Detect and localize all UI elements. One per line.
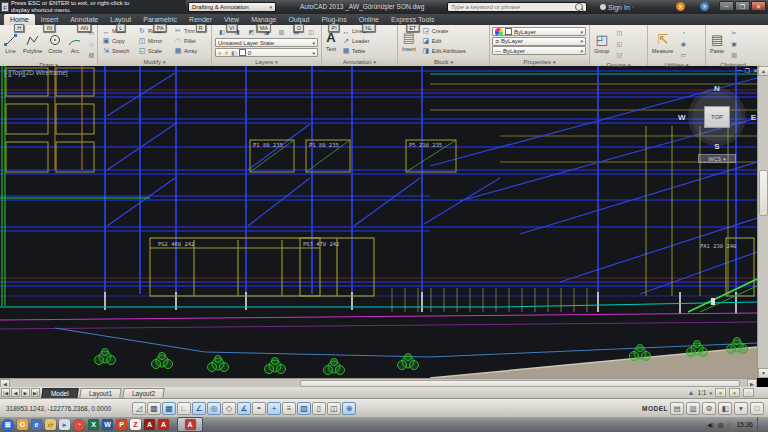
ribbon-tab-manage[interactable]: ManageMA (245, 14, 282, 25)
properties-panel-title[interactable]: Properties▾ (490, 57, 589, 66)
fillet-tool[interactable]: ◠Fillet (172, 36, 208, 46)
annotation-monitor-toggle[interactable]: ⊕ (342, 402, 356, 415)
help-button[interactable]: ? (700, 2, 709, 11)
action-center-flag-icon[interactable]: ⚑ (727, 421, 732, 428)
linetype-dropdown[interactable]: — ByLayer ▾ (492, 46, 586, 55)
show-desktop-button[interactable] (757, 417, 762, 432)
polyline-tool[interactable]: Polyline (21, 26, 44, 61)
annotation-visibility-icon[interactable]: ● (715, 388, 726, 397)
scale-tool[interactable]: ◱Scale (136, 46, 172, 56)
acrobat-window-button[interactable]: A (177, 417, 203, 432)
object-color-dropdown[interactable]: ByLayer ▾ (492, 27, 586, 36)
layer-dropdown[interactable]: ● ☀ ◧ 0 ▾ (215, 48, 318, 57)
viewcube-north[interactable]: N (714, 84, 720, 93)
exchange-apps-button[interactable]: X (676, 2, 685, 11)
ribbon-tab-render[interactable]: RenderR (183, 14, 218, 25)
internet-explorer-icon[interactable]: e (31, 419, 42, 430)
volume-icon[interactable]: ◀) (707, 421, 714, 428)
dynamic-input-toggle[interactable]: + (267, 402, 281, 415)
ribbon-tab-online[interactable]: OnlineNL (353, 14, 385, 25)
chrome-icon[interactable]: ◔ (73, 419, 85, 431)
search-input[interactable] (448, 4, 574, 10)
ribbon-tab-parametric[interactable]: ParametricPA (137, 14, 183, 25)
cad-canvas[interactable] (0, 66, 757, 378)
annotation-autoscale-icon[interactable]: ● (729, 388, 740, 397)
model-space-viewport[interactable]: [-][Top][2D Wireframe] ─ ❐ ✕ TOP N S W E… (0, 66, 768, 378)
ribbon-tab-annotate[interactable]: AnnotateAN (64, 14, 104, 25)
id-point-icon[interactable]: ▭ (677, 49, 689, 60)
match-properties-icon[interactable]: ▥ (728, 49, 740, 60)
drawing-restore-icon[interactable]: ❐ (745, 67, 750, 74)
search-icon[interactable] (575, 3, 583, 11)
layer-lock-icon[interactable]: ▥ (274, 26, 288, 37)
tab-model[interactable]: Model (41, 388, 78, 398)
help-search-box[interactable] (447, 2, 587, 12)
edit-block-tool[interactable]: ◪Edit (420, 36, 478, 46)
polar-tracking-toggle[interactable]: ∠ (192, 402, 206, 415)
close-button[interactable]: ✕ (751, 1, 766, 11)
display-icon[interactable]: ▥ (718, 421, 724, 428)
horizontal-scroll-thumb[interactable] (300, 380, 740, 387)
object-snap-toggle[interactable]: ◎ (207, 402, 221, 415)
block-panel-title[interactable]: Block▾ (398, 57, 489, 66)
workspace-gear-icon[interactable]: ⚙ (702, 402, 716, 415)
toolbar-lock-icon[interactable]: ◧ (718, 402, 732, 415)
ortho-mode-toggle[interactable]: ∟ (177, 402, 191, 415)
ungroup-icon[interactable]: ◳ (613, 27, 625, 38)
model-space-button[interactable]: MODEL (642, 405, 668, 412)
z-app-icon[interactable]: Z (130, 419, 141, 430)
annotation-monitor-icon[interactable]: ◌ (743, 388, 754, 397)
hatch-tool-icon[interactable]: ▨ (85, 49, 97, 60)
powerpoint-icon[interactable]: P (116, 419, 127, 430)
scroll-down-arrow[interactable]: ▼ (758, 368, 768, 378)
ribbon-tab-view[interactable]: ViewVI (218, 14, 245, 25)
word-icon[interactable]: W (102, 419, 113, 430)
ribbon-tab-home[interactable]: HomeH (4, 14, 35, 25)
last-tab-button[interactable]: ▶| (31, 388, 40, 397)
array-tool[interactable]: ▦Array (172, 46, 208, 56)
prev-tab-button[interactable]: ◀ (11, 388, 20, 397)
infer-constraints-toggle[interactable]: ◿ (132, 402, 146, 415)
clock[interactable]: 15:36 (737, 421, 753, 428)
quick-calc-icon[interactable]: ◉ (677, 38, 689, 49)
copy-clip-icon[interactable]: ▣ (728, 38, 740, 49)
layer-state-dropdown[interactable]: Unsaved Layer State ▾ (215, 38, 318, 47)
stretch-tool[interactable]: ⇲Stretch (100, 46, 136, 56)
create-block-tool[interactable]: ◲Create (420, 26, 478, 36)
viewcube-top-face[interactable]: TOP (704, 106, 730, 128)
excel-icon[interactable]: X (88, 419, 99, 430)
autocad-icon[interactable]: A (144, 419, 155, 430)
viewcube-west[interactable]: W (678, 113, 686, 122)
clean-screen-button[interactable]: □ (750, 402, 764, 415)
annotation-scale-value[interactable]: 1:1 (697, 389, 706, 396)
folder-icon[interactable]: ▱ (45, 419, 56, 430)
viewcube-east[interactable]: E (751, 113, 756, 122)
group-select-icon[interactable]: ◲ (613, 49, 625, 60)
tab-layout1[interactable]: Layout1 (79, 388, 122, 398)
wcs-dropdown[interactable]: WCS ▾ (698, 154, 736, 163)
quick-properties-toggle[interactable]: ▯ (312, 402, 326, 415)
transparency-toggle[interactable]: ▨ (297, 402, 311, 415)
clipboard-panel-title[interactable]: Clipboard (706, 62, 760, 68)
copy-tool[interactable]: ▣Copy (100, 36, 136, 46)
start-button[interactable]: ⊞ (2, 419, 14, 431)
media-app-icon[interactable]: ▸ (59, 419, 70, 430)
ribbon-tab-express-tools[interactable]: Express ToolsET (385, 14, 440, 25)
layers-panel-title[interactable]: Layers▾ (212, 58, 321, 66)
viewcube-south[interactable]: S (714, 142, 719, 151)
ribbon-tab-insert[interactable]: InsertIN (35, 14, 65, 25)
minimize-button[interactable]: ─ (719, 1, 734, 11)
restore-button[interactable]: ❐ (735, 1, 750, 11)
edit-attributes-tool[interactable]: ◨Edit Attributes (420, 46, 478, 56)
quick-view-layouts-icon[interactable]: ▤ (670, 402, 684, 415)
next-tab-button[interactable]: ▶ (21, 388, 30, 397)
horizontal-scrollbar[interactable]: ◀ ▶ (0, 378, 757, 387)
layer-walk-icon[interactable]: ◫ (304, 26, 318, 37)
groups-panel-title[interactable]: Groups▾ (590, 62, 647, 68)
object-snap-tracking-toggle[interactable]: ∡ (237, 402, 251, 415)
draw-panel-title[interactable]: Draw▾ (0, 62, 97, 68)
quick-select-icon[interactable]: ◔ (677, 27, 689, 38)
dynamic-ucs-toggle[interactable]: ◓ (252, 402, 266, 415)
ellipse-tool-icon[interactable]: ◇ (85, 38, 97, 49)
vertical-scrollbar[interactable]: ▲ ▼ (757, 66, 768, 378)
